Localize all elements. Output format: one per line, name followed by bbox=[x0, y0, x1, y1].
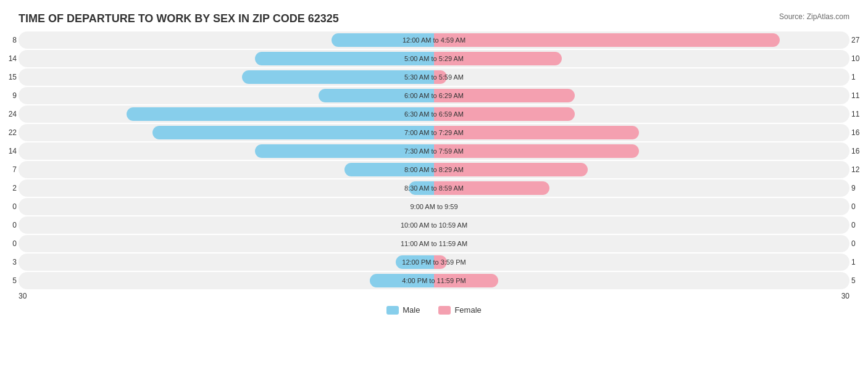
left-bar-wrap bbox=[19, 68, 434, 86]
male-value: 14 bbox=[0, 147, 17, 155]
chart-row: 82712:00 AM to 4:59 AM bbox=[19, 31, 849, 49]
male-bar bbox=[255, 144, 434, 158]
male-value: 5 bbox=[0, 276, 17, 285]
chart-row: 9116:00 AM to 6:29 AM bbox=[19, 87, 849, 104]
axis-labels: 30 30 bbox=[19, 292, 849, 300]
female-value: 16 bbox=[851, 147, 868, 155]
female-value: 5 bbox=[851, 276, 868, 285]
row-inner: 12:00 PM to 3:59 PM bbox=[19, 254, 849, 271]
right-bar-wrap bbox=[434, 68, 849, 86]
legend-male: Male bbox=[386, 305, 420, 315]
female-value: 1 bbox=[851, 73, 868, 81]
right-bar-wrap bbox=[434, 161, 849, 178]
male-value: 15 bbox=[0, 73, 17, 81]
chart-row: 0010:00 AM to 10:59 AM bbox=[19, 216, 849, 234]
right-bar-wrap bbox=[434, 254, 849, 271]
male-value: 0 bbox=[0, 221, 17, 229]
right-bar-wrap bbox=[434, 179, 849, 197]
chart-row: 22167:00 AM to 7:29 AM bbox=[19, 124, 849, 141]
source-label: Source: ZipAtlas.com bbox=[779, 12, 849, 21]
right-bar-wrap bbox=[434, 124, 849, 141]
row-inner: 6:30 AM to 6:59 AM bbox=[19, 105, 849, 123]
row-inner: 11:00 AM to 11:59 AM bbox=[19, 235, 849, 252]
row-inner: 4:00 PM to 11:59 PM bbox=[19, 272, 849, 289]
male-value: 14 bbox=[0, 54, 17, 63]
chart-row: 0011:00 AM to 11:59 AM bbox=[19, 235, 849, 252]
chart-row: 298:30 AM to 8:59 AM bbox=[19, 179, 849, 197]
left-bar-wrap bbox=[19, 235, 434, 252]
female-bar bbox=[434, 70, 447, 84]
female-bar bbox=[434, 163, 588, 176]
left-bar-wrap bbox=[19, 87, 434, 104]
left-bar-wrap bbox=[19, 124, 434, 141]
male-bar bbox=[319, 89, 434, 102]
chart-row: 1515:30 AM to 5:59 AM bbox=[19, 68, 849, 86]
female-value: 10 bbox=[851, 54, 868, 63]
female-value: 0 bbox=[851, 202, 868, 211]
left-bar-wrap bbox=[19, 31, 434, 49]
female-bar bbox=[434, 255, 447, 269]
female-bar bbox=[434, 126, 639, 139]
left-bar-wrap bbox=[19, 198, 434, 215]
right-bar-wrap bbox=[434, 105, 849, 123]
left-bar-wrap bbox=[19, 216, 434, 234]
chart-row: 14105:00 AM to 5:29 AM bbox=[19, 50, 849, 67]
female-value: 9 bbox=[851, 184, 868, 192]
chart-row: 24116:30 AM to 6:59 AM bbox=[19, 105, 849, 123]
male-value: 7 bbox=[0, 165, 17, 174]
left-bar-wrap bbox=[19, 105, 434, 123]
chart-row: 554:00 PM to 11:59 PM bbox=[19, 272, 849, 289]
female-value: 0 bbox=[851, 221, 868, 229]
legend-female-box bbox=[438, 306, 451, 315]
right-bar-wrap bbox=[434, 31, 849, 49]
axis-right: 30 bbox=[841, 292, 849, 300]
female-bar bbox=[434, 107, 575, 121]
female-value: 1 bbox=[851, 258, 868, 266]
male-value: 24 bbox=[0, 110, 17, 118]
chart-row: 7128:00 AM to 8:29 AM bbox=[19, 161, 849, 178]
right-bar-wrap bbox=[434, 87, 849, 104]
female-bar bbox=[434, 89, 575, 102]
left-bar-wrap bbox=[19, 272, 434, 289]
male-bar bbox=[344, 163, 434, 176]
chart-container: TIME OF DEPARTURE TO WORK BY SEX IN ZIP … bbox=[0, 0, 868, 367]
row-inner: 6:00 AM to 6:29 AM bbox=[19, 87, 849, 104]
female-value: 11 bbox=[851, 91, 868, 100]
male-bar bbox=[152, 126, 434, 139]
female-bar bbox=[434, 144, 639, 158]
right-bar-wrap bbox=[434, 198, 849, 215]
row-inner: 8:30 AM to 8:59 AM bbox=[19, 179, 849, 197]
row-inner: 7:00 AM to 7:29 AM bbox=[19, 124, 849, 141]
female-value: 12 bbox=[851, 165, 868, 174]
axis-left: 30 bbox=[19, 292, 27, 300]
male-value: 9 bbox=[0, 91, 17, 100]
left-bar-wrap bbox=[19, 50, 434, 67]
row-inner: 7:30 AM to 7:59 AM bbox=[19, 142, 849, 160]
row-inner: 8:00 AM to 8:29 AM bbox=[19, 161, 849, 178]
male-value: 0 bbox=[0, 202, 17, 211]
male-value: 22 bbox=[0, 128, 17, 137]
right-bar-wrap bbox=[434, 142, 849, 160]
chart-title: TIME OF DEPARTURE TO WORK BY SEX IN ZIP … bbox=[19, 12, 849, 25]
legend-male-label: Male bbox=[403, 305, 420, 315]
chart-row: 14167:30 AM to 7:59 AM bbox=[19, 142, 849, 160]
legend-male-box bbox=[386, 306, 399, 315]
legend: Male Female bbox=[19, 305, 849, 315]
chart-area: 82712:00 AM to 4:59 AM14105:00 AM to 5:2… bbox=[19, 31, 849, 289]
male-value: 8 bbox=[0, 36, 17, 44]
female-bar bbox=[434, 181, 549, 195]
female-value: 11 bbox=[851, 110, 868, 118]
right-bar-wrap bbox=[434, 216, 849, 234]
male-bar bbox=[370, 274, 434, 287]
female-bar bbox=[434, 274, 498, 287]
left-bar-wrap bbox=[19, 142, 434, 160]
male-bar bbox=[255, 52, 434, 65]
row-inner: 5:00 AM to 5:29 AM bbox=[19, 50, 849, 67]
chart-row: 009:00 AM to 9:59 bbox=[19, 198, 849, 215]
legend-female: Female bbox=[438, 305, 481, 315]
male-value: 2 bbox=[0, 184, 17, 192]
female-bar bbox=[434, 52, 562, 65]
row-inner: 10:00 AM to 10:59 AM bbox=[19, 216, 849, 234]
male-bar bbox=[127, 107, 434, 121]
female-value: 16 bbox=[851, 128, 868, 137]
